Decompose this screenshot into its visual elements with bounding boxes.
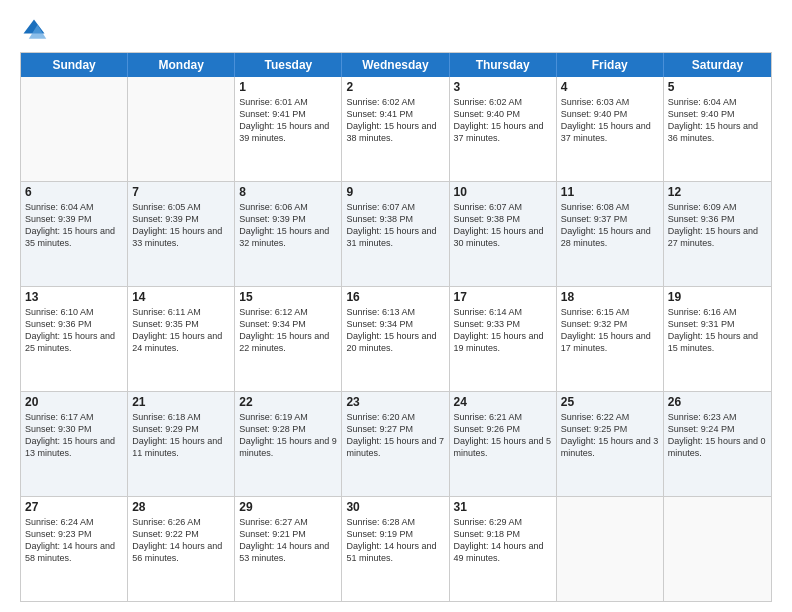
cell-info: Sunrise: 6:16 AM Sunset: 9:31 PM Dayligh…: [668, 306, 767, 355]
cell-info: Sunrise: 6:28 AM Sunset: 9:19 PM Dayligh…: [346, 516, 444, 565]
weekday-header-thursday: Thursday: [450, 53, 557, 77]
calendar-cell: 23Sunrise: 6:20 AM Sunset: 9:27 PM Dayli…: [342, 392, 449, 496]
cell-info: Sunrise: 6:13 AM Sunset: 9:34 PM Dayligh…: [346, 306, 444, 355]
logo: [20, 16, 52, 44]
calendar-cell: 28Sunrise: 6:26 AM Sunset: 9:22 PM Dayli…: [128, 497, 235, 601]
cell-info: Sunrise: 6:09 AM Sunset: 9:36 PM Dayligh…: [668, 201, 767, 250]
calendar-cell: 31Sunrise: 6:29 AM Sunset: 9:18 PM Dayli…: [450, 497, 557, 601]
day-number: 14: [132, 290, 230, 304]
day-number: 20: [25, 395, 123, 409]
day-number: 26: [668, 395, 767, 409]
calendar-row: 13Sunrise: 6:10 AM Sunset: 9:36 PM Dayli…: [21, 287, 771, 392]
day-number: 4: [561, 80, 659, 94]
day-number: 15: [239, 290, 337, 304]
weekday-header-monday: Monday: [128, 53, 235, 77]
day-number: 17: [454, 290, 552, 304]
cell-info: Sunrise: 6:14 AM Sunset: 9:33 PM Dayligh…: [454, 306, 552, 355]
weekday-header-tuesday: Tuesday: [235, 53, 342, 77]
day-number: 11: [561, 185, 659, 199]
day-number: 8: [239, 185, 337, 199]
day-number: 6: [25, 185, 123, 199]
calendar-cell: 6Sunrise: 6:04 AM Sunset: 9:39 PM Daylig…: [21, 182, 128, 286]
cell-info: Sunrise: 6:21 AM Sunset: 9:26 PM Dayligh…: [454, 411, 552, 460]
weekday-header-sunday: Sunday: [21, 53, 128, 77]
cell-info: Sunrise: 6:04 AM Sunset: 9:39 PM Dayligh…: [25, 201, 123, 250]
calendar-row: 27Sunrise: 6:24 AM Sunset: 9:23 PM Dayli…: [21, 497, 771, 601]
cell-info: Sunrise: 6:24 AM Sunset: 9:23 PM Dayligh…: [25, 516, 123, 565]
day-number: 27: [25, 500, 123, 514]
calendar-header: SundayMondayTuesdayWednesdayThursdayFrid…: [21, 53, 771, 77]
calendar-cell: 4Sunrise: 6:03 AM Sunset: 9:40 PM Daylig…: [557, 77, 664, 181]
calendar-cell: 1Sunrise: 6:01 AM Sunset: 9:41 PM Daylig…: [235, 77, 342, 181]
day-number: 13: [25, 290, 123, 304]
cell-info: Sunrise: 6:08 AM Sunset: 9:37 PM Dayligh…: [561, 201, 659, 250]
day-number: 5: [668, 80, 767, 94]
calendar-row: 6Sunrise: 6:04 AM Sunset: 9:39 PM Daylig…: [21, 182, 771, 287]
weekday-header-wednesday: Wednesday: [342, 53, 449, 77]
calendar-cell: 24Sunrise: 6:21 AM Sunset: 9:26 PM Dayli…: [450, 392, 557, 496]
calendar-cell: 5Sunrise: 6:04 AM Sunset: 9:40 PM Daylig…: [664, 77, 771, 181]
cell-info: Sunrise: 6:11 AM Sunset: 9:35 PM Dayligh…: [132, 306, 230, 355]
calendar-cell: 10Sunrise: 6:07 AM Sunset: 9:38 PM Dayli…: [450, 182, 557, 286]
calendar-cell: 7Sunrise: 6:05 AM Sunset: 9:39 PM Daylig…: [128, 182, 235, 286]
calendar-cell: 15Sunrise: 6:12 AM Sunset: 9:34 PM Dayli…: [235, 287, 342, 391]
day-number: 29: [239, 500, 337, 514]
cell-info: Sunrise: 6:27 AM Sunset: 9:21 PM Dayligh…: [239, 516, 337, 565]
calendar-body: 1Sunrise: 6:01 AM Sunset: 9:41 PM Daylig…: [21, 77, 771, 601]
calendar: SundayMondayTuesdayWednesdayThursdayFrid…: [20, 52, 772, 602]
day-number: 2: [346, 80, 444, 94]
calendar-cell: [557, 497, 664, 601]
cell-info: Sunrise: 6:15 AM Sunset: 9:32 PM Dayligh…: [561, 306, 659, 355]
calendar-cell: 27Sunrise: 6:24 AM Sunset: 9:23 PM Dayli…: [21, 497, 128, 601]
cell-info: Sunrise: 6:07 AM Sunset: 9:38 PM Dayligh…: [454, 201, 552, 250]
calendar-cell: 8Sunrise: 6:06 AM Sunset: 9:39 PM Daylig…: [235, 182, 342, 286]
calendar-cell: 25Sunrise: 6:22 AM Sunset: 9:25 PM Dayli…: [557, 392, 664, 496]
cell-info: Sunrise: 6:06 AM Sunset: 9:39 PM Dayligh…: [239, 201, 337, 250]
day-number: 1: [239, 80, 337, 94]
cell-info: Sunrise: 6:20 AM Sunset: 9:27 PM Dayligh…: [346, 411, 444, 460]
cell-info: Sunrise: 6:18 AM Sunset: 9:29 PM Dayligh…: [132, 411, 230, 460]
day-number: 7: [132, 185, 230, 199]
logo-icon: [20, 16, 48, 44]
cell-info: Sunrise: 6:10 AM Sunset: 9:36 PM Dayligh…: [25, 306, 123, 355]
calendar-cell: 12Sunrise: 6:09 AM Sunset: 9:36 PM Dayli…: [664, 182, 771, 286]
day-number: 31: [454, 500, 552, 514]
calendar-cell: 26Sunrise: 6:23 AM Sunset: 9:24 PM Dayli…: [664, 392, 771, 496]
cell-info: Sunrise: 6:17 AM Sunset: 9:30 PM Dayligh…: [25, 411, 123, 460]
day-number: 28: [132, 500, 230, 514]
cell-info: Sunrise: 6:04 AM Sunset: 9:40 PM Dayligh…: [668, 96, 767, 145]
header: [20, 16, 772, 44]
calendar-row: 1Sunrise: 6:01 AM Sunset: 9:41 PM Daylig…: [21, 77, 771, 182]
day-number: 10: [454, 185, 552, 199]
calendar-cell: 30Sunrise: 6:28 AM Sunset: 9:19 PM Dayli…: [342, 497, 449, 601]
day-number: 30: [346, 500, 444, 514]
day-number: 24: [454, 395, 552, 409]
calendar-cell: 14Sunrise: 6:11 AM Sunset: 9:35 PM Dayli…: [128, 287, 235, 391]
cell-info: Sunrise: 6:23 AM Sunset: 9:24 PM Dayligh…: [668, 411, 767, 460]
cell-info: Sunrise: 6:29 AM Sunset: 9:18 PM Dayligh…: [454, 516, 552, 565]
calendar-cell: [664, 497, 771, 601]
day-number: 19: [668, 290, 767, 304]
calendar-row: 20Sunrise: 6:17 AM Sunset: 9:30 PM Dayli…: [21, 392, 771, 497]
weekday-header-friday: Friday: [557, 53, 664, 77]
calendar-cell: [128, 77, 235, 181]
calendar-cell: 13Sunrise: 6:10 AM Sunset: 9:36 PM Dayli…: [21, 287, 128, 391]
cell-info: Sunrise: 6:12 AM Sunset: 9:34 PM Dayligh…: [239, 306, 337, 355]
page: SundayMondayTuesdayWednesdayThursdayFrid…: [0, 0, 792, 612]
calendar-cell: 17Sunrise: 6:14 AM Sunset: 9:33 PM Dayli…: [450, 287, 557, 391]
calendar-cell: 9Sunrise: 6:07 AM Sunset: 9:38 PM Daylig…: [342, 182, 449, 286]
cell-info: Sunrise: 6:01 AM Sunset: 9:41 PM Dayligh…: [239, 96, 337, 145]
calendar-cell: [21, 77, 128, 181]
cell-info: Sunrise: 6:05 AM Sunset: 9:39 PM Dayligh…: [132, 201, 230, 250]
day-number: 25: [561, 395, 659, 409]
cell-info: Sunrise: 6:26 AM Sunset: 9:22 PM Dayligh…: [132, 516, 230, 565]
day-number: 23: [346, 395, 444, 409]
day-number: 16: [346, 290, 444, 304]
weekday-header-saturday: Saturday: [664, 53, 771, 77]
calendar-cell: 22Sunrise: 6:19 AM Sunset: 9:28 PM Dayli…: [235, 392, 342, 496]
day-number: 9: [346, 185, 444, 199]
calendar-cell: 21Sunrise: 6:18 AM Sunset: 9:29 PM Dayli…: [128, 392, 235, 496]
calendar-cell: 18Sunrise: 6:15 AM Sunset: 9:32 PM Dayli…: [557, 287, 664, 391]
cell-info: Sunrise: 6:22 AM Sunset: 9:25 PM Dayligh…: [561, 411, 659, 460]
day-number: 18: [561, 290, 659, 304]
